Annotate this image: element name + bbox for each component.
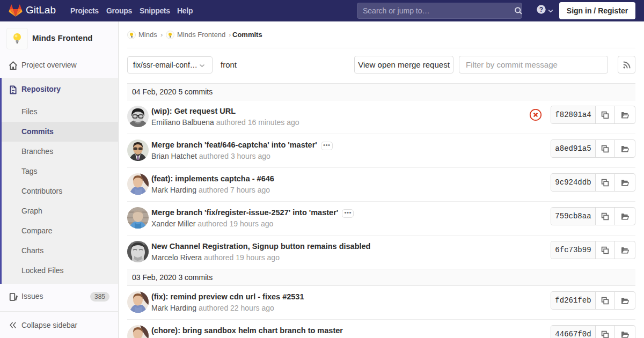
svg-text:?: ? xyxy=(539,6,543,13)
